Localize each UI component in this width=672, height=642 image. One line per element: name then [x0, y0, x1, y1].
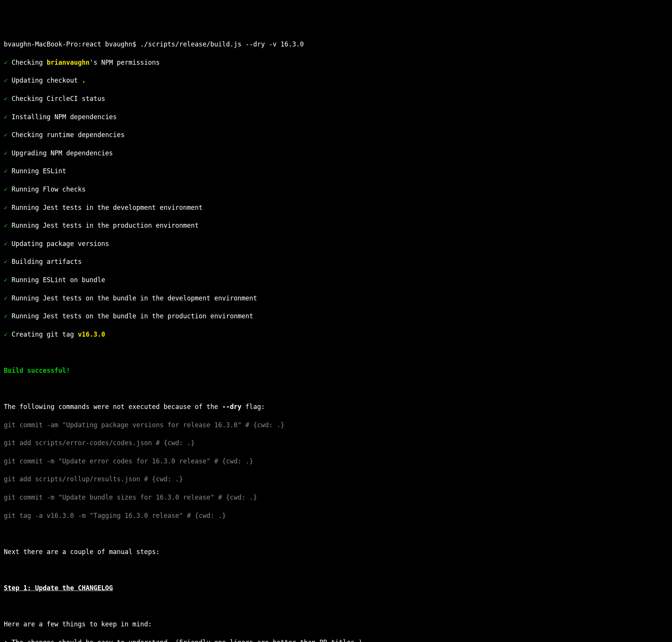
step-text: Running Jest tests on the bundle in the …: [12, 294, 257, 302]
step-text: Creating git tag: [12, 331, 78, 338]
manual-intro: Next there are a couple of manual steps:: [4, 548, 668, 557]
step-line: ✓ Running Jest tests in the production e…: [4, 221, 668, 230]
step-text: 's NPM permissions: [89, 59, 160, 66]
step-line: ✓ Upgrading NPM dependencies: [4, 149, 668, 158]
blank-line: [4, 348, 668, 357]
step-text: Building artifacts: [12, 258, 82, 265]
step-text: Running Flow checks: [12, 185, 86, 193]
step-text: Running Jest tests in the production env…: [12, 222, 199, 229]
step-text: Running Jest tests on the bundle in the …: [12, 312, 254, 320]
check-icon: ✓: [4, 167, 8, 175]
check-icon: ✓: [4, 204, 8, 211]
check-icon: ✓: [4, 59, 8, 66]
step-line: ✓ Updating checkout .: [4, 76, 668, 85]
git-tag: v16.3.0: [78, 331, 105, 338]
step-text: Upgrading NPM dependencies: [12, 149, 113, 157]
step-line: ✓ Updating package versions: [4, 240, 668, 249]
dry-command: git tag -a v16.3.0 -m "Tagging 16.3.0 re…: [4, 511, 668, 521]
prompt-line: bvaughn-MacBook-Pro:react bvaughn$ ./scr…: [4, 40, 668, 49]
check-icon: ✓: [4, 149, 8, 157]
step-line: ✓ Building artifacts: [4, 257, 668, 267]
step-line: ✓ Running Flow checks: [4, 185, 668, 194]
bullet-icon: •: [4, 639, 8, 642]
check-icon: ✓: [4, 222, 8, 229]
checkout-dot: .: [82, 77, 86, 84]
check-icon: ✓: [4, 312, 8, 320]
dry-flag: --dry: [222, 403, 241, 410]
check-icon: ✓: [4, 113, 8, 121]
dry-command: git commit -m "Update bundle sizes for 1…: [4, 493, 668, 502]
check-icon: ✓: [4, 131, 8, 139]
dry-intro: The following commands were not executed…: [4, 402, 668, 412]
blank-line: [4, 602, 668, 611]
step-line: ✓ Checking runtime dependencies: [4, 131, 668, 140]
step1-bullet: • The changes should be easy to understa…: [4, 638, 668, 642]
check-icon: ✓: [4, 331, 8, 338]
dry-command: git commit -am "Updating package version…: [4, 421, 668, 430]
step-text: Checking runtime dependencies: [12, 131, 125, 139]
step-line: ✓ Running ESLint on bundle: [4, 276, 668, 285]
step-line: ✓ Running ESLint: [4, 167, 668, 176]
step1-title: Step 1: Update the CHANGELOG: [4, 584, 668, 593]
step-text: Updating package versions: [12, 240, 109, 248]
username: brianvaughn: [47, 59, 90, 66]
check-icon: ✓: [4, 77, 8, 84]
check-icon: ✓: [4, 258, 8, 265]
check-icon: ✓: [4, 294, 8, 302]
step-text: Running ESLint on bundle: [12, 276, 105, 284]
check-icon: ✓: [4, 276, 8, 284]
step-text: Checking CircleCI status: [12, 95, 105, 102]
dry-command: git add scripts/error-codes/codes.json #…: [4, 439, 668, 448]
step1-intro: Here are a few things to keep in mind:: [4, 620, 668, 629]
check-icon: ✓: [4, 240, 8, 248]
blank-line: [4, 529, 668, 538]
step-text: Running ESLint: [12, 167, 66, 175]
build-success: Build successful!: [4, 366, 668, 375]
step-text: Checking: [12, 59, 47, 66]
check-icon: ✓: [4, 185, 8, 193]
step-line: ✓ Installing NPM dependencies: [4, 113, 668, 122]
check-icon: ✓: [4, 95, 8, 102]
step-line: ✓ Running Jest tests in the development …: [4, 203, 668, 212]
blank-line: [4, 565, 668, 575]
step-line: ✓ Checking brianvaughn's NPM permissions: [4, 58, 668, 67]
step-line: ✓ Checking CircleCI status: [4, 94, 668, 104]
dry-command: git add scripts/rollup/results.json # {c…: [4, 475, 668, 484]
dry-command: git commit -m "Update error codes for 16…: [4, 457, 668, 466]
blank-line: [4, 384, 668, 393]
step-line: ✓ Running Jest tests on the bundle in th…: [4, 294, 668, 303]
step-text: Installing NPM dependencies: [12, 113, 117, 121]
step-line: ✓ Creating git tag v16.3.0: [4, 330, 668, 339]
step-text: Updating checkout: [12, 77, 82, 84]
step-text: Running Jest tests in the development en…: [12, 204, 203, 211]
step-line: ✓ Running Jest tests on the bundle in th…: [4, 312, 668, 321]
